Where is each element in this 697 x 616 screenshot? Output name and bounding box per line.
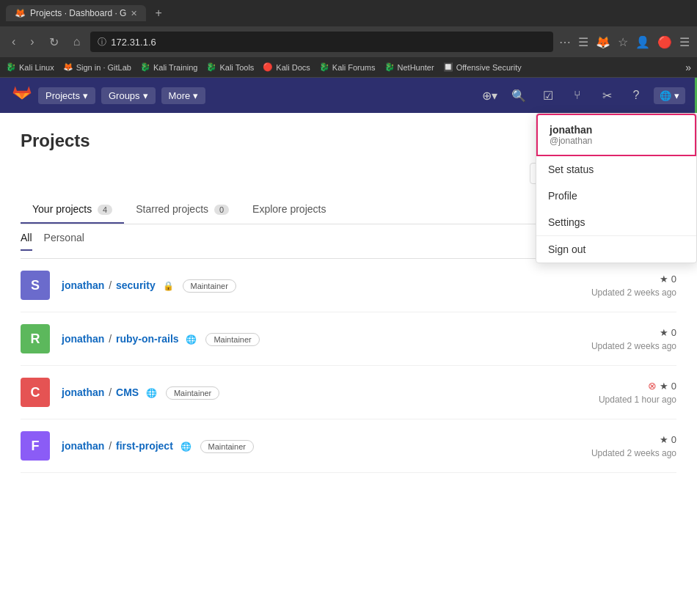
bookmark-icon[interactable]: ⋯ xyxy=(559,35,571,49)
tab-close-button[interactable]: ✕ xyxy=(131,9,137,18)
visibility-icon-cms: 🌐 xyxy=(146,388,157,398)
updated-text-security: Updated 2 weeks ago xyxy=(591,287,676,298)
active-browser-tab[interactable]: 🦊 Projects · Dashboard · G ✕ xyxy=(6,5,146,21)
plus-chevron: ▾ xyxy=(492,89,497,103)
star-icon[interactable]: ☆ xyxy=(618,35,628,49)
globe-label: ▾ xyxy=(674,90,679,101)
globe-icon: 🌐 xyxy=(660,90,671,101)
star-value-cms: 0 xyxy=(671,381,676,392)
project-repo-link-security[interactable]: security xyxy=(116,279,156,291)
bookmark-kali-linux[interactable]: 🐉 Kali Linux xyxy=(6,62,54,72)
project-info-ruby: jonathan / ruby-on-rails 🌐 Maintainer xyxy=(62,332,591,346)
menu-icon[interactable]: ☰ xyxy=(679,35,690,49)
bookmark-kali-training[interactable]: 🐉 Kali Training xyxy=(140,62,198,72)
project-name-first: jonathan / first-project 🌐 Maintainer xyxy=(62,440,254,452)
profile-icon[interactable]: 👤 xyxy=(635,35,650,49)
project-repo-link-ruby[interactable]: ruby-on-rails xyxy=(116,333,179,345)
bookmark-more[interactable]: » xyxy=(685,62,691,73)
project-owner-link-first[interactable]: jonathan xyxy=(62,440,104,452)
bookmark-kali-docs[interactable]: 🔴 Kali Docs xyxy=(263,62,310,72)
extension-icon[interactable]: 🔴 xyxy=(657,35,672,49)
visibility-icon-ruby: 🌐 xyxy=(186,334,197,345)
language-btn[interactable]: 🌐 ▾ xyxy=(654,87,685,104)
set-status-item[interactable]: Set status xyxy=(536,156,696,183)
projects-nav-label: Projects xyxy=(45,90,80,101)
user-dropdown-header: jonathan @jonathan xyxy=(536,114,696,156)
project-meta-security: ★ 0 Updated 2 weeks ago xyxy=(591,274,676,298)
new-tab-button[interactable]: + xyxy=(150,5,166,21)
merge-request-btn[interactable]: ⑂ xyxy=(566,84,589,107)
bookmarks-bar: 🐉 Kali Linux 🦊 Sign in · GitLab 🐉 Kali T… xyxy=(0,57,697,78)
back-button[interactable]: ‹ xyxy=(7,32,20,51)
refresh-button[interactable]: ↻ xyxy=(45,32,63,52)
project-avatar-first: F xyxy=(21,431,50,461)
project-info-security: jonathan / security 🔒 Maintainer xyxy=(62,279,591,293)
snippets-btn[interactable]: ✂ xyxy=(595,84,618,107)
merge-icon: ⑂ xyxy=(574,89,581,102)
projects-chevron: ▾ xyxy=(83,90,88,101)
user-display-name: jonathan xyxy=(550,124,683,136)
todo-btn[interactable]: ☑ xyxy=(536,84,560,107)
sign-out-item[interactable]: Sign out xyxy=(536,236,696,263)
bookmark-nethunter[interactable]: 🐉 NetHunter xyxy=(384,62,434,72)
create-new-btn[interactable]: ⊕ ▾ xyxy=(478,84,501,107)
updated-text-ruby: Updated 2 weeks ago xyxy=(591,341,676,351)
project-meta-cms: ⊗ ★ 0 Updated 1 hour ago xyxy=(599,380,676,405)
star-icon-first: ★ xyxy=(660,434,668,445)
star-count-security: ★ 0 xyxy=(591,274,676,285)
project-owner-link-security[interactable]: jonathan xyxy=(62,279,104,291)
bookmark-kali-forums[interactable]: 🐉 Kali Forums xyxy=(319,62,376,72)
starred-projects-badge: 0 xyxy=(214,205,229,215)
bookmarks-icon[interactable]: ☰ xyxy=(578,35,588,49)
more-nav-btn[interactable]: More ▾ xyxy=(161,87,206,104)
role-badge-security: Maintainer xyxy=(183,279,236,293)
subtab-personal[interactable]: Personal xyxy=(44,232,84,251)
bookmark-kali-tools[interactable]: 🐉 Kali Tools xyxy=(206,62,254,72)
search-btn[interactable]: 🔍 xyxy=(507,84,530,107)
project-info-cms: jonathan / CMS 🌐 Maintainer xyxy=(62,386,599,400)
forward-button[interactable]: › xyxy=(26,32,38,51)
url-display: 172.31.1.6 xyxy=(111,37,156,48)
help-btn[interactable]: ? xyxy=(624,84,648,107)
gitlab-app: Projects ▾ Groups ▾ More ▾ ⊕ ▾ 🔍 ☑ ⑂ xyxy=(0,78,697,616)
project-meta-first: ★ 0 Updated 2 weeks ago xyxy=(591,434,676,458)
role-badge-first: Maintainer xyxy=(200,440,254,453)
project-avatar-cms: C xyxy=(21,378,50,407)
project-repo-link-first[interactable]: first-project xyxy=(116,440,173,452)
address-bar[interactable]: ⓘ 172.31.1.6 xyxy=(90,32,553,52)
home-button[interactable]: ⌂ xyxy=(69,32,85,51)
project-owner-link-ruby[interactable]: jonathan xyxy=(62,333,104,345)
browser-chrome: 🦊 Projects · Dashboard · G ✕ + ‹ › ↻ ⌂ ⓘ… xyxy=(0,0,697,78)
snippets-icon: ✂ xyxy=(602,89,612,103)
project-list: S jonathan / security 🔒 Maintainer ★ 0 xyxy=(21,259,676,473)
project-owner-link-cms[interactable]: jonathan xyxy=(62,386,104,398)
fox-icon[interactable]: 🦊 xyxy=(596,35,610,49)
tab-starred-projects[interactable]: Starred projects 0 xyxy=(124,196,241,224)
projects-nav-btn[interactable]: Projects ▾ xyxy=(38,87,95,104)
project-avatar-security: S xyxy=(21,271,50,300)
project-info-first: jonathan / first-project 🌐 Maintainer xyxy=(62,439,591,453)
user-handle: @jonathan xyxy=(550,136,683,146)
star-count-cms: ⊗ ★ 0 xyxy=(599,380,676,392)
top-nav-right: ⊕ ▾ 🔍 ☑ ⑂ ✂ ? 🌐 ▾ xyxy=(478,84,685,107)
browser-titlebar: 🦊 Projects · Dashboard · G ✕ + xyxy=(0,0,697,26)
tab-explore-projects[interactable]: Explore projects xyxy=(241,196,337,224)
subtab-all[interactable]: All xyxy=(21,232,32,251)
gitlab-logo[interactable] xyxy=(12,85,32,106)
project-repo-link-cms[interactable]: CMS xyxy=(116,386,139,398)
project-item-ruby: R jonathan / ruby-on-rails 🌐 Maintainer … xyxy=(21,312,676,366)
settings-item[interactable]: Settings xyxy=(536,209,696,235)
search-icon: 🔍 xyxy=(511,89,526,103)
groups-nav-btn[interactable]: Groups ▾ xyxy=(101,87,156,104)
bookmark-offensive-security[interactable]: 🔲 Offensive Security xyxy=(443,62,522,72)
profile-item[interactable]: Profile xyxy=(536,183,696,209)
tab-your-projects[interactable]: Your projects 4 xyxy=(21,196,124,224)
updated-text-cms: Updated 1 hour ago xyxy=(599,395,676,405)
tab-favicon: 🦊 xyxy=(15,8,26,18)
help-icon: ? xyxy=(633,89,640,102)
top-nav: Projects ▾ Groups ▾ More ▾ ⊕ ▾ 🔍 ☑ ⑂ xyxy=(0,78,697,113)
star-icon-cms: ★ xyxy=(660,381,668,392)
more-nav-label: More xyxy=(169,90,191,101)
bookmark-sign-in[interactable]: 🦊 Sign in · GitLab xyxy=(63,62,131,72)
visibility-icon-security: 🔒 xyxy=(163,281,174,291)
